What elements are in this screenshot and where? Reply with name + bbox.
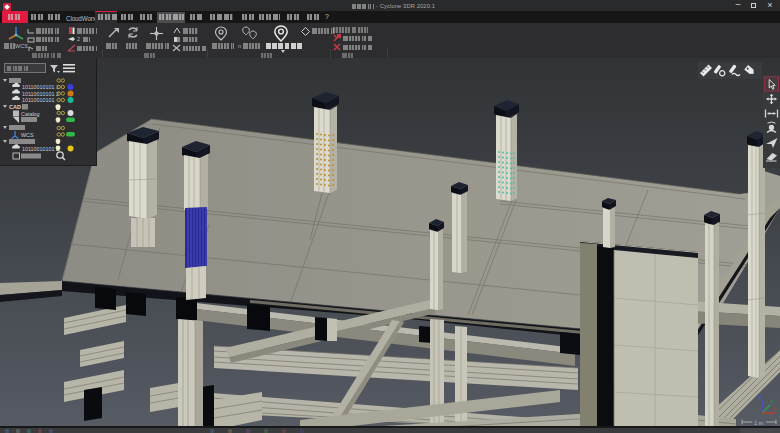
svg-text:Y: Y <box>770 399 774 405</box>
svg-text:X: X <box>773 406 777 412</box>
svg-text:1 m: 1 m <box>754 420 764 426</box>
svg-text:WCS: WCS <box>21 132 34 138</box>
svg-text:CAD: CAD <box>9 104 21 110</box>
svg-text:Catalog: Catalog <box>21 111 40 117</box>
svg-text:10110010101 1: 10110010101 1 <box>22 84 59 90</box>
svg-text:10110010101 2: 10110010101 2 <box>22 146 59 152</box>
svg-text:10110010101 2: 10110010101 2 <box>22 91 59 97</box>
svg-text:10110010101: 10110010101 <box>22 97 55 103</box>
